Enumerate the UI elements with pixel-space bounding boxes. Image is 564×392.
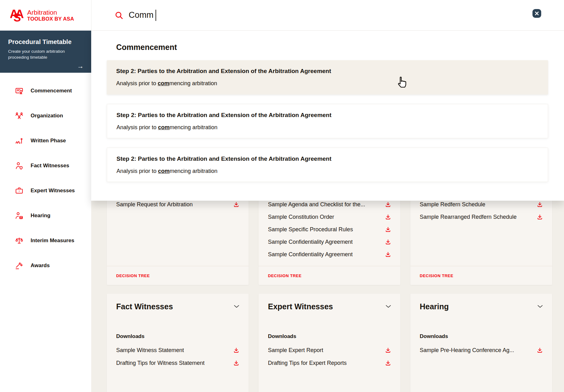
close-icon — [535, 12, 539, 15]
card-title: Expert Witnesses — [268, 302, 333, 311]
result-title: Step 2: Parties to the Arbitration and E… — [116, 68, 539, 75]
download-row[interactable]: Drafting Tips for Witness Statement — [116, 357, 239, 370]
organization-icon — [15, 112, 23, 120]
downloads-list: Sample Redfern Schedule Sample Rearrange… — [420, 198, 543, 223]
download-icon[interactable] — [385, 347, 391, 353]
download-icon[interactable] — [537, 214, 543, 220]
download-icon[interactable] — [537, 202, 543, 208]
downloads-heading: Downloads — [268, 333, 391, 340]
signature-icon — [15, 137, 23, 145]
brand-logo[interactable]: A S A Arbitration TOOLBOX BY ASA — [0, 0, 91, 31]
downloads-heading: Downloads — [116, 333, 239, 340]
sidebar-item-interim-measures[interactable]: Interim Measures — [0, 228, 91, 253]
svg-text:A: A — [15, 8, 24, 21]
sidebar-item-commencement[interactable]: Commencement — [0, 78, 91, 103]
download-row[interactable]: Sample Specific Procedural Rules — [268, 223, 391, 236]
chevron-down-icon[interactable] — [537, 305, 543, 308]
download-label: Sample Rearranged Redfern Schedule — [420, 214, 517, 220]
search-result[interactable]: Step 2: Parties to the Arbitration and E… — [107, 104, 548, 138]
person-shield-icon — [15, 162, 23, 170]
sidebar-item-expert-witnesses[interactable]: Expert Witnesses — [0, 178, 91, 203]
sidebar: A S A Arbitration TOOLBOX BY ASA Procedu… — [0, 0, 91, 392]
sidebar-item-label: Interim Measures — [31, 238, 74, 244]
card-footer: DECISION TREE — [259, 266, 400, 285]
sidebar-item-label: Fact Witnesses — [31, 163, 69, 169]
sidebar-item-label: Hearing — [31, 213, 50, 219]
result-description: Analysis prior to commencing arbitration — [116, 80, 539, 87]
promo-title: Procedural Timetable — [8, 38, 83, 46]
hearing-card: Hearing Downloads Sample Pre-Hearing Con… — [410, 294, 552, 392]
matched-text: com — [158, 80, 169, 86]
download-label: Sample Redfern Schedule — [420, 201, 485, 208]
search-result[interactable]: Step 2: Parties to the Arbitration and E… — [107, 60, 548, 95]
search-query-text: Comm — [129, 10, 154, 20]
download-icon[interactable] — [385, 227, 391, 233]
download-row[interactable]: Sample Witness Statement — [116, 344, 239, 357]
download-label: Sample Witness Statement — [116, 347, 184, 354]
sidebar-item-written-phase[interactable]: Written Phase — [0, 128, 91, 153]
card-title: Fact Witnesses — [116, 302, 173, 311]
sidebar-item-label: Commencement — [31, 88, 72, 94]
search-results-panel: Commencement Step 2: Parties to the Arbi… — [91, 31, 564, 201]
downloads-list: Sample Witness Statement Drafting Tips f… — [116, 344, 239, 370]
download-label: Sample Specific Procedural Rules — [268, 226, 353, 233]
sidebar-item-hearing[interactable]: Hearing — [0, 203, 91, 228]
fact-witnesses-card: Fact Witnesses Downloads Sample Witness … — [107, 294, 249, 392]
download-label: Drafting Tips for Expert Reports — [268, 360, 347, 366]
download-icon[interactable] — [385, 360, 391, 366]
sidebar-item-label: Awards — [31, 262, 50, 269]
download-row[interactable]: Sample Confidentiality Agreement — [268, 236, 391, 248]
download-icon[interactable] — [233, 360, 239, 366]
download-label: Sample Request for Arbitration — [116, 201, 193, 208]
download-icon[interactable] — [233, 202, 239, 208]
result-description: Analysis prior to commencing arbitration — [116, 168, 538, 174]
procedural-timetable-card[interactable]: Procedural Timetable Create your custom … — [0, 31, 91, 73]
download-label: Sample Confidentiality Agreement — [268, 239, 353, 245]
search-icon — [115, 11, 123, 20]
download-icon[interactable] — [385, 202, 391, 208]
sidebar-item-organization[interactable]: Organization — [0, 103, 91, 128]
certificate-icon — [15, 87, 23, 95]
matched-text: com — [158, 124, 170, 130]
decision-tree-link[interactable]: DECISION TREE — [420, 273, 453, 278]
decision-tree-link[interactable]: DECISION TREE — [268, 273, 302, 278]
brand-line1: Arbitration — [27, 9, 74, 16]
download-row[interactable]: Drafting Tips for Expert Reports — [268, 357, 391, 370]
download-row[interactable]: Sample Expert Report — [268, 344, 391, 357]
arrow-right-icon[interactable]: → — [77, 62, 84, 70]
close-search-button[interactable] — [532, 9, 541, 18]
download-row[interactable]: Sample Constitution Order — [268, 211, 391, 223]
person-screen-icon — [15, 212, 23, 220]
download-icon[interactable] — [385, 214, 391, 220]
download-icon[interactable] — [385, 239, 391, 245]
results-section-title: Commencement — [116, 42, 548, 52]
sidebar-item-label: Organization — [31, 113, 63, 119]
decision-tree-link[interactable]: DECISION TREE — [116, 273, 150, 278]
scales-icon — [15, 237, 23, 245]
result-title: Step 2: Parties to the Arbitration and E… — [116, 112, 538, 119]
download-label: Sample Constitution Order — [268, 214, 334, 220]
result-title: Step 2: Parties to the Arbitration and E… — [116, 155, 538, 162]
asa-monogram-icon: A S A — [10, 8, 24, 23]
download-row[interactable]: Sample Confidentiality Agreement — [268, 248, 391, 261]
sidebar-item-awards[interactable]: Awards — [0, 253, 91, 278]
sidebar-item-label: Expert Witnesses — [31, 188, 75, 194]
download-icon[interactable] — [233, 347, 239, 353]
downloads-list: Sample Agenda and Checklist for the... S… — [268, 198, 391, 261]
expert-witnesses-card: Expert Witnesses Downloads Sample Expert… — [259, 294, 400, 392]
downloads-list: Sample Pre-Hearing Conference Ag... — [420, 344, 543, 357]
download-row[interactable]: Sample Pre-Hearing Conference Ag... — [420, 344, 543, 357]
search-input[interactable]: Comm — [91, 0, 564, 31]
chevron-down-icon[interactable] — [234, 305, 239, 308]
chevron-down-icon[interactable] — [386, 305, 391, 308]
download-icon[interactable] — [537, 347, 543, 353]
download-row[interactable]: Sample Rearranged Redfern Schedule — [420, 211, 543, 223]
brand-wordmark: Arbitration TOOLBOX BY ASA — [27, 9, 74, 22]
search-result[interactable]: Step 2: Parties to the Arbitration and E… — [107, 148, 548, 182]
downloads-heading: Downloads — [420, 333, 543, 340]
sidebar-item-label: Written Phase — [31, 138, 66, 144]
download-icon[interactable] — [385, 252, 391, 257]
sidebar-item-fact-witnesses[interactable]: Fact Witnesses — [0, 153, 91, 178]
text-caret — [156, 10, 156, 21]
download-label: Drafting Tips for Witness Statement — [116, 360, 205, 366]
